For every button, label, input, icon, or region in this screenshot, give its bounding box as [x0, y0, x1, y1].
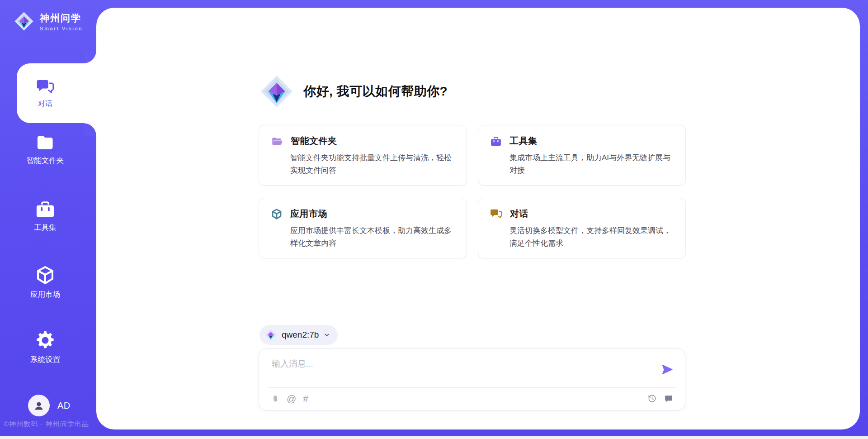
- feature-cards: 智能文件夹 智能文件夹功能支持批量文件上传与清洗，轻松实现文件问答 工具集 集成…: [259, 125, 686, 258]
- chat-bubbles-icon: [36, 78, 54, 95]
- chevron-down-icon: [323, 331, 330, 339]
- sidebar-item-label: 工具集: [34, 223, 57, 233]
- card-title: 智能文件夹: [291, 135, 337, 147]
- sidebar-item-label: 系统设置: [30, 355, 60, 365]
- chat-bubbles-icon: [490, 208, 502, 220]
- sidebar-item-toolset[interactable]: 工具集: [0, 200, 90, 233]
- card-desc: 集成市场上主流工具，助力AI与外界无缝扩展与对接: [509, 152, 677, 177]
- send-button[interactable]: [661, 363, 674, 377]
- folder-icon: [35, 134, 55, 152]
- card-desc: 应用市场提供丰富长文本模板，助力高效生成多样化文章内容: [290, 224, 458, 250]
- brand-name: 神州问学: [40, 12, 83, 24]
- sidebar-item-label: 智能文件夹: [27, 156, 64, 166]
- card-title: 对话: [510, 208, 528, 220]
- at-icon: @: [287, 394, 296, 403]
- hash-icon: #: [303, 394, 308, 403]
- chat-history-button[interactable]: [664, 394, 673, 403]
- model-selector[interactable]: qwen2:7b: [259, 325, 338, 345]
- card-desc: 灵活切换多模型文件，支持多样回复效果调试，满足个性化需求: [509, 224, 677, 250]
- topic-button[interactable]: #: [303, 394, 308, 403]
- model-name: qwen2:7b: [282, 330, 319, 340]
- card-app-market[interactable]: 应用市场 应用市场提供丰富长文本模板，助力高效生成多样化文章内容: [259, 198, 467, 258]
- sidebar-item-settings[interactable]: 系统设置: [0, 330, 90, 365]
- composer: @ #: [259, 348, 685, 410]
- page: { "brand": { "name": "神州问学", "subtitle":…: [0, 0, 868, 439]
- card-chat[interactable]: 对话 灵活切换多模型文件，支持多样回复效果调试，满足个性化需求: [478, 198, 686, 258]
- card-desc: 智能文件夹功能支持批量文件上传与清洗，轻松实现文件问答: [290, 152, 458, 177]
- toolbox-icon: [35, 200, 56, 219]
- brand-diamond-logo-icon: [14, 11, 34, 32]
- greeting-title: 你好, 我可以如何帮助你?: [303, 83, 448, 100]
- attach-button[interactable]: [271, 394, 280, 404]
- sidebar-item-label: 应用市场: [30, 290, 60, 300]
- diamond-logo-icon: [259, 74, 294, 109]
- brand: 神州问学 Smart Vision: [14, 11, 83, 32]
- card-title: 应用市场: [290, 208, 327, 220]
- composer-toolbar: @ #: [259, 387, 685, 410]
- gear-icon: [35, 330, 56, 351]
- hero: 你好, 我可以如何帮助你?: [259, 74, 448, 109]
- card-smart-folder[interactable]: 智能文件夹 智能文件夹功能支持批量文件上传与清洗，轻松实现文件问答: [259, 125, 467, 186]
- model-diamond-logo-icon: [264, 329, 277, 341]
- bottom-strip: [0, 436, 868, 439]
- user-icon: [33, 400, 45, 411]
- user-row[interactable]: AD: [28, 395, 71, 416]
- cube-icon: [271, 208, 283, 220]
- main-panel: 你好, 我可以如何帮助你? 智能文件夹 智能文件夹功能支持批量文件上传与清洗，轻…: [96, 8, 860, 429]
- card-toolset[interactable]: 工具集 集成市场上主流工具，助力AI与外界无缝扩展与对接: [478, 125, 686, 186]
- brand-subtitle: Smart Vision: [40, 26, 83, 31]
- chat-square-icon: [664, 394, 673, 403]
- message-input[interactable]: [272, 358, 647, 384]
- sidebar: 神州问学 Smart Vision 对话 智能文件夹: [0, 0, 96, 436]
- open-folder-icon: [271, 136, 283, 147]
- cube-icon: [35, 265, 56, 286]
- avatar: [28, 395, 50, 416]
- copyright: ©神州数码 · 神州问学出品: [0, 420, 93, 429]
- user-label: AD: [57, 401, 71, 411]
- send-icon: [661, 363, 674, 376]
- history-clock-icon: [647, 394, 657, 403]
- sidebar-item-app-market[interactable]: 应用市场: [0, 265, 90, 300]
- card-title: 工具集: [509, 135, 538, 147]
- sidebar-item-smart-folders[interactable]: 智能文件夹: [0, 134, 90, 166]
- history-button[interactable]: [647, 394, 657, 403]
- sidebar-item-label: 对话: [38, 99, 52, 109]
- paperclip-icon: [271, 394, 280, 404]
- toolbox-icon: [490, 136, 502, 147]
- mention-button[interactable]: @: [287, 394, 296, 403]
- sidebar-item-chat[interactable]: 对话: [17, 63, 96, 123]
